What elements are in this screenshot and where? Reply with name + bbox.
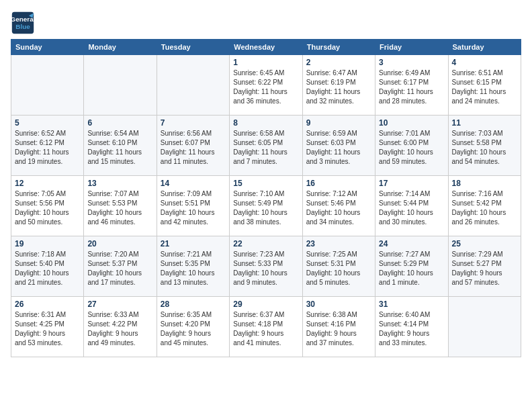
day-info: Sunrise: 6:45 AM Sunset: 6:22 PM Dayligh… <box>233 68 298 106</box>
weekday-header: Wednesday <box>230 40 302 55</box>
calendar-cell: 13Sunrise: 7:07 AM Sunset: 5:53 PM Dayli… <box>84 176 157 236</box>
calendar-cell: 2Sunrise: 6:47 AM Sunset: 6:19 PM Daylig… <box>302 55 375 116</box>
calendar-table: SundayMondayTuesdayWednesdayThursdayFrid… <box>11 39 521 357</box>
day-info: Sunrise: 6:33 AM Sunset: 4:22 PM Dayligh… <box>87 310 152 348</box>
calendar-cell <box>11 55 84 116</box>
day-info: Sunrise: 6:51 AM Sunset: 6:15 PM Dayligh… <box>452 68 517 106</box>
day-number: 19 <box>15 239 80 248</box>
day-info: Sunrise: 7:23 AM Sunset: 5:33 PM Dayligh… <box>233 250 298 287</box>
day-number: 13 <box>87 179 152 188</box>
day-number: 1 <box>233 58 298 67</box>
calendar-body: 1Sunrise: 6:45 AM Sunset: 6:22 PM Daylig… <box>11 55 521 357</box>
day-number: 16 <box>306 179 371 188</box>
day-info: Sunrise: 6:38 AM Sunset: 4:16 PM Dayligh… <box>306 310 371 348</box>
day-number: 21 <box>161 239 226 248</box>
day-info: Sunrise: 7:25 AM Sunset: 5:31 PM Dayligh… <box>306 250 371 287</box>
day-number: 4 <box>452 58 517 67</box>
calendar-cell: 27Sunrise: 6:33 AM Sunset: 4:22 PM Dayli… <box>84 297 157 357</box>
weekday-header: Saturday <box>448 40 521 55</box>
calendar-cell: 31Sunrise: 6:40 AM Sunset: 4:14 PM Dayli… <box>375 297 448 357</box>
day-number: 27 <box>87 300 152 309</box>
calendar-cell: 16Sunrise: 7:12 AM Sunset: 5:46 PM Dayli… <box>302 176 375 236</box>
day-info: Sunrise: 6:31 AM Sunset: 4:25 PM Dayligh… <box>15 310 80 348</box>
calendar-cell <box>84 55 157 116</box>
calendar-cell: 15Sunrise: 7:10 AM Sunset: 5:49 PM Dayli… <box>230 176 302 236</box>
day-number: 2 <box>306 58 371 67</box>
calendar-cell: 14Sunrise: 7:09 AM Sunset: 5:51 PM Dayli… <box>157 176 229 236</box>
weekday-header: Sunday <box>11 40 84 55</box>
day-number: 30 <box>306 300 371 309</box>
day-info: Sunrise: 6:35 AM Sunset: 4:20 PM Dayligh… <box>161 310 226 348</box>
calendar-cell: 6Sunrise: 6:54 AM Sunset: 6:10 PM Daylig… <box>84 116 157 176</box>
calendar-cell: 26Sunrise: 6:31 AM Sunset: 4:25 PM Dayli… <box>11 297 84 357</box>
calendar-cell: 19Sunrise: 7:18 AM Sunset: 5:40 PM Dayli… <box>11 236 84 297</box>
day-info: Sunrise: 7:10 AM Sunset: 5:49 PM Dayligh… <box>233 189 298 227</box>
day-info: Sunrise: 6:49 AM Sunset: 6:17 PM Dayligh… <box>379 68 444 106</box>
day-info: Sunrise: 6:40 AM Sunset: 4:14 PM Dayligh… <box>379 310 444 348</box>
day-number: 5 <box>15 118 80 128</box>
calendar-cell: 11Sunrise: 7:03 AM Sunset: 5:58 PM Dayli… <box>448 116 521 176</box>
logo: General Blue <box>11 11 35 35</box>
calendar-cell <box>448 297 521 357</box>
day-number: 23 <box>306 239 371 248</box>
weekday-header: Friday <box>375 40 448 55</box>
day-info: Sunrise: 6:54 AM Sunset: 6:10 PM Dayligh… <box>87 129 152 167</box>
calendar-cell: 28Sunrise: 6:35 AM Sunset: 4:20 PM Dayli… <box>157 297 229 357</box>
calendar-cell: 1Sunrise: 6:45 AM Sunset: 6:22 PM Daylig… <box>230 55 302 116</box>
day-info: Sunrise: 7:16 AM Sunset: 5:42 PM Dayligh… <box>452 189 517 227</box>
day-number: 29 <box>233 300 298 309</box>
calendar-cell: 4Sunrise: 6:51 AM Sunset: 6:15 PM Daylig… <box>448 55 521 116</box>
day-info: Sunrise: 7:21 AM Sunset: 5:35 PM Dayligh… <box>161 250 226 287</box>
calendar-cell: 9Sunrise: 6:59 AM Sunset: 6:03 PM Daylig… <box>302 116 375 176</box>
day-number: 6 <box>87 118 152 128</box>
day-info: Sunrise: 7:20 AM Sunset: 5:37 PM Dayligh… <box>87 250 152 287</box>
day-number: 31 <box>379 300 444 309</box>
calendar-cell: 30Sunrise: 6:38 AM Sunset: 4:16 PM Dayli… <box>302 297 375 357</box>
logo-icon: General Blue <box>11 11 35 35</box>
day-info: Sunrise: 7:14 AM Sunset: 5:44 PM Dayligh… <box>379 189 444 227</box>
day-info: Sunrise: 7:05 AM Sunset: 5:56 PM Dayligh… <box>15 189 80 227</box>
calendar-cell: 23Sunrise: 7:25 AM Sunset: 5:31 PM Dayli… <box>302 236 375 297</box>
calendar-cell: 24Sunrise: 7:27 AM Sunset: 5:29 PM Dayli… <box>375 236 448 297</box>
day-number: 28 <box>161 300 226 309</box>
day-number: 9 <box>306 118 371 128</box>
day-number: 22 <box>233 239 298 248</box>
calendar-cell: 18Sunrise: 7:16 AM Sunset: 5:42 PM Dayli… <box>448 176 521 236</box>
day-info: Sunrise: 7:18 AM Sunset: 5:40 PM Dayligh… <box>15 250 80 287</box>
day-info: Sunrise: 7:27 AM Sunset: 5:29 PM Dayligh… <box>379 250 444 287</box>
svg-text:Blue: Blue <box>15 23 30 30</box>
day-number: 7 <box>161 118 226 128</box>
day-number: 24 <box>379 239 444 248</box>
day-info: Sunrise: 6:52 AM Sunset: 6:12 PM Dayligh… <box>15 129 80 167</box>
day-info: Sunrise: 7:09 AM Sunset: 5:51 PM Dayligh… <box>161 189 226 227</box>
calendar-cell: 7Sunrise: 6:56 AM Sunset: 6:07 PM Daylig… <box>157 116 229 176</box>
calendar-cell: 22Sunrise: 7:23 AM Sunset: 5:33 PM Dayli… <box>230 236 302 297</box>
day-number: 12 <box>15 179 80 188</box>
calendar-cell: 10Sunrise: 7:01 AM Sunset: 6:00 PM Dayli… <box>375 116 448 176</box>
calendar-cell: 21Sunrise: 7:21 AM Sunset: 5:35 PM Dayli… <box>157 236 229 297</box>
calendar-header: SundayMondayTuesdayWednesdayThursdayFrid… <box>11 40 521 55</box>
day-info: Sunrise: 6:56 AM Sunset: 6:07 PM Dayligh… <box>161 129 226 167</box>
day-info: Sunrise: 7:01 AM Sunset: 6:00 PM Dayligh… <box>379 129 444 167</box>
calendar-cell: 25Sunrise: 7:29 AM Sunset: 5:27 PM Dayli… <box>448 236 521 297</box>
day-info: Sunrise: 6:58 AM Sunset: 6:05 PM Dayligh… <box>233 129 298 167</box>
calendar-cell: 8Sunrise: 6:58 AM Sunset: 6:05 PM Daylig… <box>230 116 302 176</box>
calendar-cell <box>157 55 229 116</box>
calendar-cell: 29Sunrise: 6:37 AM Sunset: 4:18 PM Dayli… <box>230 297 302 357</box>
day-number: 10 <box>379 118 444 128</box>
weekday-header: Monday <box>84 40 157 55</box>
day-number: 3 <box>379 58 444 67</box>
day-info: Sunrise: 6:37 AM Sunset: 4:18 PM Dayligh… <box>233 310 298 348</box>
day-number: 17 <box>379 179 444 188</box>
day-number: 15 <box>233 179 298 188</box>
day-number: 18 <box>452 179 517 188</box>
day-info: Sunrise: 7:29 AM Sunset: 5:27 PM Dayligh… <box>452 250 517 287</box>
calendar-cell: 17Sunrise: 7:14 AM Sunset: 5:44 PM Dayli… <box>375 176 448 236</box>
calendar-cell: 3Sunrise: 6:49 AM Sunset: 6:17 PM Daylig… <box>375 55 448 116</box>
calendar-cell: 12Sunrise: 7:05 AM Sunset: 5:56 PM Dayli… <box>11 176 84 236</box>
weekday-header: Tuesday <box>157 40 229 55</box>
day-number: 20 <box>87 239 152 248</box>
day-number: 11 <box>452 118 517 128</box>
weekday-header: Thursday <box>302 40 375 55</box>
day-info: Sunrise: 7:12 AM Sunset: 5:46 PM Dayligh… <box>306 189 371 227</box>
